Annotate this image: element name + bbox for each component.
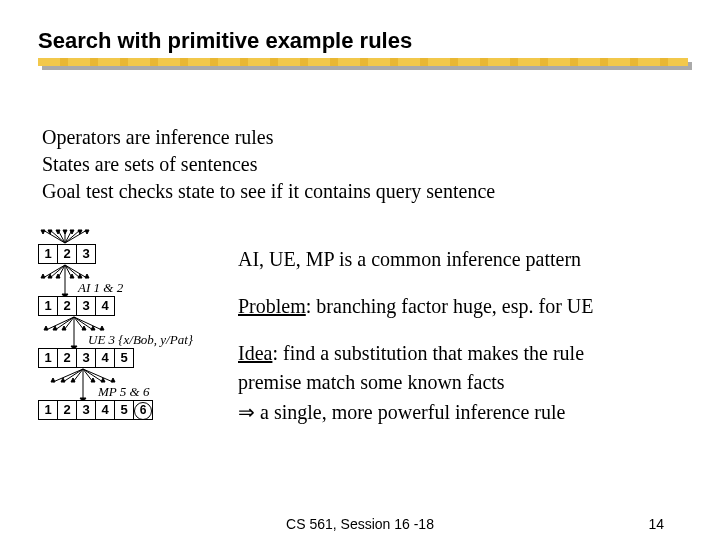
tree-step-1: AI 1 & 2 <box>77 280 124 295</box>
search-tree: 1 2 3 AI 1 & 2 <box>38 228 238 420</box>
slide-title: Search with primitive example rules <box>38 28 412 54</box>
tree-row-3: 1 2 3 4 5 <box>38 348 134 368</box>
footer-center: CS 561, Session 16 -18 <box>0 516 720 532</box>
tree-cell: 4 <box>96 297 114 315</box>
svg-marker-51 <box>51 378 55 382</box>
tree-cell: 3 <box>77 297 96 315</box>
svg-marker-7 <box>41 230 45 234</box>
svg-marker-10 <box>63 230 67 234</box>
bullet-list: Operators are inference rules States are… <box>42 124 495 205</box>
svg-marker-38 <box>62 326 66 330</box>
svg-marker-13 <box>85 230 89 234</box>
tree-cell: 2 <box>58 245 77 263</box>
svg-line-29 <box>46 317 74 330</box>
fan-up-1 <box>38 228 218 244</box>
svg-marker-41 <box>100 326 104 330</box>
tree-cell: 5 <box>115 401 134 419</box>
tree-cell: 5 <box>115 349 133 367</box>
page-number: 14 <box>648 516 664 532</box>
tree-cell: 1 <box>39 349 58 367</box>
tree-edge-3: MP 5 & 6 <box>38 368 238 400</box>
svg-marker-21 <box>41 274 45 278</box>
svg-marker-36 <box>44 326 48 330</box>
tree-cell: 1 <box>39 245 58 263</box>
bullet-3: Goal test checks state to see if it cont… <box>42 178 495 205</box>
tree-row-4: 1 2 3 4 5 6 <box>38 400 153 420</box>
idea-text: : find a substitution that makes the rul… <box>272 342 584 364</box>
tree-cell: 2 <box>58 297 77 315</box>
svg-marker-53 <box>71 378 75 382</box>
tree-step-3: MP 5 & 6 <box>97 384 150 399</box>
right-line-idea: Idea: find a substitution that makes the… <box>238 342 593 365</box>
tree-cell: 3 <box>77 349 96 367</box>
tree-cell: 3 <box>77 401 96 419</box>
tree-cell: 2 <box>58 349 77 367</box>
tree-cell: 1 <box>39 297 58 315</box>
right-column: AI, UE, MP is a common inference pattern… <box>238 248 593 430</box>
idea-conclusion: ⇒ a single, more powerful inference rule <box>238 400 593 424</box>
tree-step-2: UE 3 {x/Bob, y/Pat} <box>88 332 194 347</box>
tree-cell: 4 <box>96 401 115 419</box>
tree-row-2: 1 2 3 4 <box>38 296 115 316</box>
tree-edge-2: UE 3 {x/Bob, y/Pat} <box>38 316 238 348</box>
svg-line-35 <box>74 317 102 330</box>
tree-cell: 2 <box>58 401 77 419</box>
tree-cell: 4 <box>96 349 115 367</box>
problem-text: : branching factor huge, esp. for UE <box>306 295 594 317</box>
bullet-1: Operators are inference rules <box>42 124 495 151</box>
title-rule <box>38 58 688 70</box>
svg-marker-54 <box>91 378 95 382</box>
bullet-2: States are sets of sentences <box>42 151 495 178</box>
svg-marker-56 <box>111 378 115 382</box>
tree-row-1: 1 2 3 <box>38 244 96 264</box>
svg-marker-26 <box>85 274 89 278</box>
idea-continuation: premise match some known facts <box>238 371 593 394</box>
problem-label: Problem <box>238 295 306 317</box>
right-line-problem: Problem: branching factor huge, esp. for… <box>238 295 593 318</box>
tree-edge-1: AI 1 & 2 <box>38 264 218 296</box>
svg-marker-39 <box>82 326 86 330</box>
tree-cell: 3 <box>77 245 95 263</box>
tree-cell-goal: 6 <box>134 401 152 419</box>
right-line-1: AI, UE, MP is a common inference pattern <box>238 248 593 271</box>
tree-cell: 1 <box>39 401 58 419</box>
idea-label: Idea <box>238 342 272 364</box>
